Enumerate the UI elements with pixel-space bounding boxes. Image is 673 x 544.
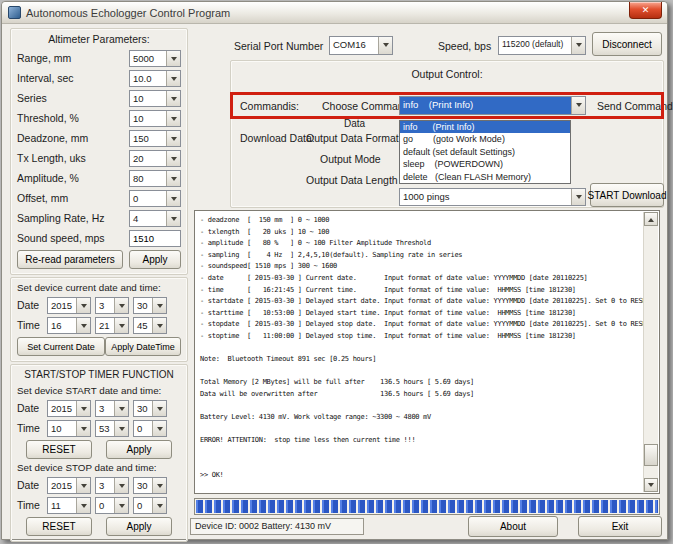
- apply-parameters-button[interactable]: Apply: [129, 250, 181, 269]
- chevron-down-icon[interactable]: [166, 51, 180, 66]
- current-date-month-combo[interactable]: 3: [95, 297, 129, 314]
- range-combo[interactable]: 5000: [129, 50, 181, 67]
- chevron-down-icon[interactable]: [114, 298, 128, 313]
- chevron-down-icon[interactable]: [114, 498, 128, 513]
- stop-date-year-combo[interactable]: 2015: [47, 477, 91, 494]
- combo-value: 2015: [48, 478, 76, 493]
- chevron-down-icon[interactable]: [152, 401, 166, 416]
- interval-combo[interactable]: 10.0: [129, 70, 181, 87]
- chevron-down-icon[interactable]: [76, 421, 90, 436]
- chevron-down-icon[interactable]: [76, 298, 90, 313]
- console-output[interactable]: - deadzone [ 150 mm ] 0 ~ 1000 - txlengt…: [194, 210, 660, 494]
- chevron-down-icon[interactable]: [152, 498, 166, 513]
- sound-speed-input[interactable]: [129, 230, 181, 247]
- series-combo[interactable]: 10: [129, 90, 181, 107]
- chevron-down-icon[interactable]: [166, 191, 180, 206]
- altimeter-parameters-group: Altimeter Parameters: Range, mm 5000 Int…: [10, 28, 188, 275]
- chevron-down-icon[interactable]: [166, 71, 180, 86]
- chevron-down-icon[interactable]: [166, 91, 180, 106]
- commands-label: Commandis:: [240, 100, 299, 112]
- output-data-length-combo[interactable]: 1000 pings: [399, 188, 586, 206]
- choose-command-combo[interactable]: info (Print Info): [399, 96, 586, 115]
- title-bar[interactable]: Autonomous Echologger Control Program: [2, 2, 667, 24]
- scroll-up-button[interactable]: [644, 212, 658, 226]
- scroll-down-button[interactable]: [644, 478, 658, 492]
- exit-button[interactable]: Exit: [578, 516, 662, 537]
- threshold-combo[interactable]: 10: [129, 110, 181, 127]
- command-option-default[interactable]: default (set default Settings): [400, 146, 570, 158]
- time-label: Time: [17, 319, 43, 331]
- stop-time-second-combo[interactable]: 0: [133, 497, 167, 514]
- chevron-down-icon[interactable]: [571, 189, 585, 205]
- reread-parameters-button[interactable]: Re-read parameters: [17, 250, 123, 269]
- deadzone-combo[interactable]: 150: [129, 130, 181, 147]
- chevron-down-icon[interactable]: [152, 478, 166, 493]
- chevron-down-icon[interactable]: [114, 318, 128, 333]
- close-button[interactable]: ✕: [629, 2, 662, 19]
- start-time-minute-combo[interactable]: 53: [95, 420, 129, 437]
- command-dropdown-list[interactable]: info (Print Info) go (goto Work Mode) de…: [399, 120, 571, 184]
- scroll-thumb[interactable]: [644, 444, 658, 466]
- chevron-down-icon[interactable]: [152, 421, 166, 436]
- chevron-down-icon[interactable]: [571, 97, 585, 114]
- start-reset-button[interactable]: RESET: [26, 440, 92, 459]
- chevron-down-icon[interactable]: [152, 318, 166, 333]
- app-icon: [8, 6, 21, 19]
- chevron-down-icon[interactable]: [114, 401, 128, 416]
- console-text[interactable]: - deadzone [ 150 mm ] 0 ~ 1000 - txlengt…: [196, 212, 658, 492]
- chevron-down-icon[interactable]: [166, 111, 180, 126]
- chevron-down-icon[interactable]: [114, 478, 128, 493]
- send-command-button[interactable]: Send Command: [597, 100, 673, 112]
- stop-date-month-combo[interactable]: 3: [95, 477, 129, 494]
- amplitude-combo[interactable]: 80: [129, 170, 181, 187]
- stop-reset-button[interactable]: RESET: [26, 517, 92, 536]
- chevron-down-icon[interactable]: [166, 151, 180, 166]
- offset-combo[interactable]: 0: [129, 190, 181, 207]
- start-time-second-combo[interactable]: 0: [133, 420, 167, 437]
- start-date-year-combo[interactable]: 2015: [47, 400, 91, 417]
- disconnect-button[interactable]: Disconnect: [592, 32, 662, 56]
- chevron-down-icon[interactable]: [114, 421, 128, 436]
- chevron-down-icon[interactable]: [76, 401, 90, 416]
- chevron-down-icon[interactable]: [166, 211, 180, 226]
- chevron-down-icon[interactable]: [571, 37, 585, 54]
- current-time-minute-combo[interactable]: 21: [95, 317, 129, 334]
- combo-value: 10: [48, 421, 76, 436]
- chevron-down-icon[interactable]: [76, 498, 90, 513]
- current-date-day-combo[interactable]: 30: [133, 297, 167, 314]
- amplitude-label: Amplitude, %: [17, 172, 79, 184]
- start-date-month-combo[interactable]: 3: [95, 400, 129, 417]
- chevron-down-icon[interactable]: [166, 171, 180, 186]
- start-date-day-combo[interactable]: 30: [133, 400, 167, 417]
- command-option-delete[interactable]: delete (Clean FLASH Memory): [400, 171, 570, 183]
- chevron-down-icon[interactable]: [76, 318, 90, 333]
- speed-combo[interactable]: 115200 (default): [498, 36, 586, 55]
- start-apply-button[interactable]: Apply: [106, 440, 172, 459]
- combo-value: 3: [96, 298, 114, 313]
- console-scrollbar[interactable]: [643, 212, 658, 492]
- current-time-second-combo[interactable]: 45: [133, 317, 167, 334]
- sampling-rate-combo[interactable]: 4: [129, 210, 181, 227]
- chevron-down-icon[interactable]: [378, 37, 392, 54]
- start-time-hour-combo[interactable]: 10: [47, 420, 91, 437]
- current-time-hour-combo[interactable]: 16: [47, 317, 91, 334]
- stop-date-day-combo[interactable]: 30: [133, 477, 167, 494]
- start-download-button[interactable]: START Download: [590, 183, 664, 207]
- current-date-year-combo[interactable]: 2015: [47, 297, 91, 314]
- command-option-info[interactable]: info (Print Info): [400, 121, 570, 133]
- apply-datetime-button[interactable]: Apply DateTime: [105, 337, 181, 356]
- chevron-down-icon[interactable]: [152, 298, 166, 313]
- about-button[interactable]: About: [468, 516, 558, 537]
- tx-length-combo[interactable]: 20: [129, 150, 181, 167]
- set-current-date-button[interactable]: Set Current Date: [17, 337, 105, 356]
- stop-time-minute-combo[interactable]: 0: [95, 497, 129, 514]
- stop-time-hour-combo[interactable]: 11: [47, 497, 91, 514]
- serial-port-combo[interactable]: COM16: [329, 36, 393, 55]
- stop-apply-button[interactable]: Apply: [106, 517, 172, 536]
- chevron-down-icon[interactable]: [166, 131, 180, 146]
- combo-value: 2015: [48, 298, 76, 313]
- command-option-go[interactable]: go (goto Work Mode): [400, 133, 570, 145]
- left-parameters-panel: Altimeter Parameters: Range, mm 5000 Int…: [10, 28, 188, 544]
- chevron-down-icon[interactable]: [76, 478, 90, 493]
- command-option-sleep[interactable]: sleep (POWERDOWN): [400, 158, 570, 170]
